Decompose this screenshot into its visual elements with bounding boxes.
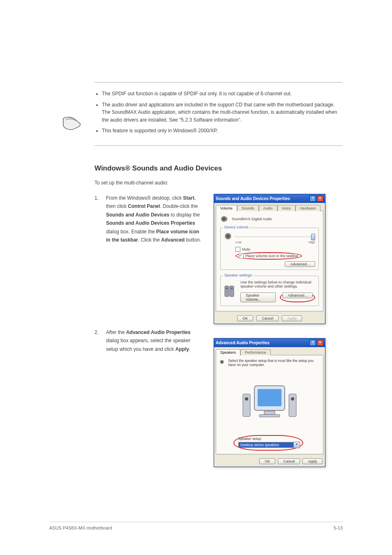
help-icon[interactable]: ? [309,196,316,202]
step-text: . [189,346,190,352]
ui-ref: Advanced Audio Properties [126,329,191,335]
ok-button[interactable]: OK [259,458,275,464]
dialog-buttons: OK Cancel Apply [214,456,325,467]
tab-panel: Select the speaker setup that is most li… [216,355,323,454]
svg-point-13 [291,397,294,401]
svg-point-6 [226,288,228,289]
footer-left: ASUS P4S8X-MX motherboard [49,525,112,530]
cancel-button[interactable]: Cancel [278,458,300,464]
taskbar-icon-label: Place volume icon in the taskbar [245,254,299,258]
svg-point-9 [221,361,223,363]
highlight-ring: Advanced... [280,292,315,302]
volume-slider[interactable] [235,235,315,239]
tab-strip: Speakers Performance [214,347,325,355]
volume-icon [224,232,233,240]
speakers-icon [224,280,236,302]
tab-hardware[interactable]: Hardware [295,205,321,211]
note-item: This feature is supported only in Window… [102,127,343,135]
svg-point-1 [223,217,226,220]
group-title: Speaker settings [223,273,253,277]
note-hand-icon [62,116,82,131]
advanced-button[interactable]: Advanced... [285,261,315,267]
mute-checkbox[interactable] [235,247,240,252]
step-text: After the [106,329,126,335]
svg-rect-17 [259,415,280,417]
device-volume-group: Device volume [220,228,319,270]
step-2: 2. After the Advanced Audio Properties d… [95,328,343,467]
svg-rect-4 [225,286,229,297]
taskbar-icon-checkbox[interactable] [239,253,244,258]
speaker-setup-label: Speaker setup: [238,437,300,441]
tab-panel: SoundMAX Digital Audio Device volume [216,211,323,311]
svg-point-11 [245,397,248,401]
ui-ref: Sounds and Audio Devices [106,212,169,218]
step-text: to display the [169,212,200,218]
titlebar[interactable]: Advanced Audio Properties ? × [214,339,325,347]
tab-speakers[interactable]: Speakers [216,349,240,355]
ui-ref: Advanced [161,237,184,243]
note-item: The audio driver and applications are in… [102,101,343,124]
page: The SPDIF out function is capable of SPD… [0,0,392,555]
svg-point-3 [226,235,230,238]
speaker-advanced-button[interactable]: Advanced... [282,292,313,298]
apply-button[interactable]: Apply [302,458,323,464]
step-number: 1. [95,194,106,244]
window-title: Advanced Audio Properties [216,341,270,345]
note-box: The SPDIF out function is capable of SPD… [95,82,343,146]
step-text: . Double-click the [160,203,198,209]
dialog-description: Select the speaker setup that is most li… [228,359,320,367]
step-text: dialog box. Enable the [106,229,156,235]
sounds-audio-devices-dialog: Sounds and Audio Devices Properties ? × … [214,194,325,324]
apply-button[interactable]: Apply [282,315,302,321]
device-name: SoundMAX Digital Audio [232,217,272,221]
svg-rect-15 [258,389,281,406]
tab-strip: Volume Sounds Audio Voice Hardware [214,203,325,211]
window-title: Sounds and Audio Devices Properties [216,196,290,201]
highlight-ring: Place volume icon in the taskbar [235,252,302,260]
ok-button[interactable]: OK [237,315,253,321]
tab-sounds[interactable]: Sounds [237,205,259,211]
advanced-audio-properties-dialog: Advanced Audio Properties ? × Speakers P… [214,338,325,467]
group-title: Device volume [223,225,250,229]
svg-rect-16 [264,411,275,415]
ui-ref: Apply [175,346,189,352]
slider-high-label: High [309,240,315,244]
svg-rect-5 [230,286,234,297]
cancel-button[interactable]: Cancel [256,315,279,321]
tab-voice[interactable]: Voice [277,205,295,211]
dialog-buttons: OK Cancel Apply [214,313,325,324]
instruction-text: To set up the multi-channel audio: [95,180,343,186]
step-text: button. [184,237,201,243]
close-icon[interactable]: × [317,340,323,346]
step-text: . Click the [138,237,161,243]
tab-performance[interactable]: Performance [240,349,271,355]
chevron-down-icon[interactable]: ▾ [293,442,300,448]
volume-icon [219,359,225,365]
volume-icon [220,215,228,223]
tab-volume[interactable]: Volume [216,205,237,211]
mute-label: Mute [242,247,250,251]
step-text: From the Windows® desktop, click [106,195,183,201]
speaker-volume-button[interactable]: Speaker Volume... [240,292,276,302]
ui-ref: Control Panel [128,203,160,209]
close-icon[interactable]: × [317,196,323,202]
page-footer: ASUS P4S8X-MX motherboard 5-13 [49,522,343,530]
section-heading: Windows® Sounds and Audio Devices [95,164,343,173]
footer-right: 5-13 [334,525,343,530]
speaker-setup-illustration [219,369,320,435]
tab-audio[interactable]: Audio [259,205,277,211]
help-icon[interactable]: ? [309,340,316,346]
step-1: 1. From the Windows® desktop, click Star… [95,194,343,324]
speaker-desc: Use the settings below to change individ… [240,280,315,288]
slider-thumb[interactable] [311,234,315,240]
speaker-setup-combo[interactable]: Desktop stereo speakers ▾ [238,442,300,448]
note-item: The SPDIF out function is capable of SPD… [102,90,343,98]
titlebar[interactable]: Sounds and Audio Devices Properties ? × [214,194,325,203]
combo-value: Desktop stereo speakers [238,442,293,448]
highlight-ring: Speaker setup: Desktop stereo speakers ▾ [233,435,303,451]
svg-point-7 [231,288,233,289]
ui-ref: Sounds and Audio Devices Properties [106,220,195,226]
speaker-settings-group: Speaker settings Use the settings below [220,276,319,306]
ui-ref: Start [183,195,194,201]
slider-low-label: Low [235,240,242,244]
